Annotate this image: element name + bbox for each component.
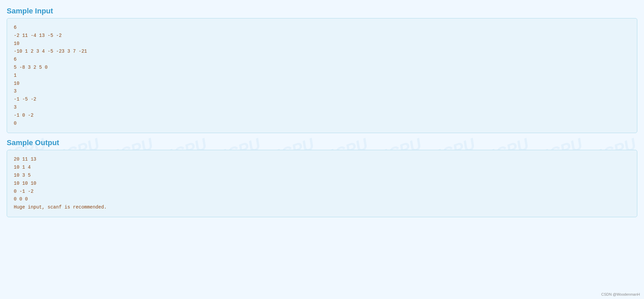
sample-input-code: 6 -2 11 -4 13 -5 -2 10 -10 1 2 3 4 -5 -2… [14, 24, 630, 127]
sample-output-code: 20 11 13 10 1 4 10 3 5 10 10 10 0 -1 -2 … [14, 156, 630, 212]
sample-input-box: 6 -2 11 -4 13 -5 -2 10 -10 1 2 3 4 -5 -2… [7, 18, 637, 133]
sample-input-title: Sample Input [7, 7, 637, 15]
sample-output-title: Sample Output [7, 138, 637, 147]
sample-output-box: 20 11 13 10 1 4 10 3 5 10 10 10 0 -1 -2 … [7, 150, 637, 217]
main-content: Sample Input 6 -2 11 -4 13 -5 -2 10 -10 … [7, 7, 637, 217]
